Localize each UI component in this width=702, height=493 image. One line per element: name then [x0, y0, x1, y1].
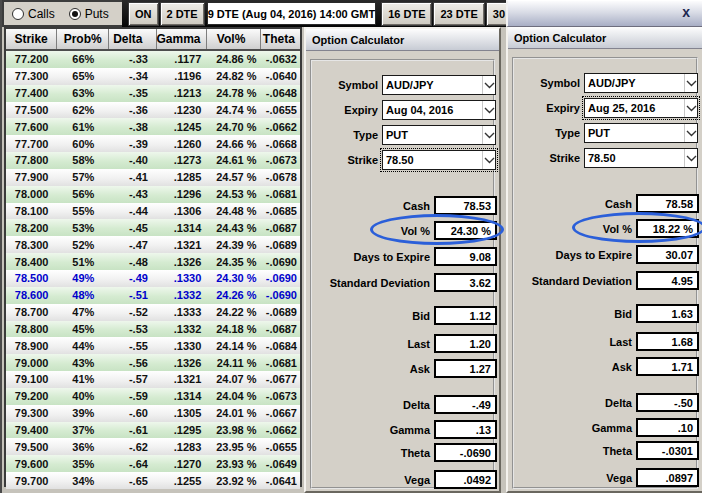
table-row[interactable]: 78.00056%-.43.129624.53 %-.0681 [6, 186, 300, 203]
cell-vol: 24.07 % [206, 371, 260, 388]
cell-theta: -.0662 [261, 422, 300, 439]
cash-field[interactable]: 78.58 [636, 194, 699, 213]
last-label: Last [306, 338, 430, 350]
cell-vol: 24.86 % [206, 51, 260, 68]
table-row[interactable]: 79.50036%-.62.128323.95 %-.0655 [6, 438, 300, 455]
table-row[interactable]: 79.20040%-.59.131424.04 %-.0673 [6, 388, 300, 405]
table-row[interactable]: 77.30065%-.34.119624.82 %-.0640 [6, 68, 300, 85]
cell-vol: 24.04 % [206, 388, 260, 405]
vega-field[interactable]: .0897 [636, 468, 699, 487]
table-row[interactable]: 77.90057%-.41.128524.57 %-.0678 [6, 169, 300, 186]
radio-icon-calls [12, 8, 24, 20]
cell-delta: -.38 [109, 118, 156, 135]
cell-delta: -.49 [109, 270, 156, 287]
cell-prob: 45% [57, 321, 109, 338]
cell-gamma: .1332 [157, 321, 206, 338]
dte-16-button[interactable]: 16 DTE [382, 3, 431, 25]
theta-field[interactable]: -.0301 [636, 441, 699, 460]
gamma-field[interactable]: .13 [434, 420, 497, 439]
days-to-expire-field[interactable]: 9.08 [434, 247, 497, 266]
table-row[interactable]: 79.60035%-.64.127023.93 %-.0649 [6, 455, 300, 472]
cell-theta: -.0655 [261, 102, 300, 119]
symbol-combobox[interactable]: AUD/JPY [382, 75, 496, 95]
vol-field[interactable]: 18.22 % [636, 219, 699, 238]
table-row[interactable]: 77.40063%-.35.121324.78 %-.0648 [6, 85, 300, 102]
on-toggle-button[interactable]: ON [129, 3, 158, 25]
cell-delta: -.47 [109, 236, 156, 253]
vol-field[interactable]: 24.30 % [434, 221, 497, 240]
table-row[interactable]: 78.50049%-.49.133024.30 %-.0690 [6, 270, 300, 287]
cash-field[interactable]: 78.53 [434, 196, 497, 215]
cell-vol: 23.92 % [206, 472, 260, 489]
dte-23-button[interactable]: 23 DTE [434, 3, 483, 25]
calls-radio[interactable]: Calls [12, 7, 55, 21]
active-dte-tab[interactable]: 9 DTE (Aug 04, 2016) 14:00 GMT [207, 2, 377, 25]
type-combobox[interactable]: PUT [584, 123, 698, 143]
close-icon[interactable]: x [682, 4, 690, 20]
cell-strike: 79.500 [6, 438, 57, 455]
expiry-combobox[interactable]: Aug 04, 2016 [382, 100, 496, 120]
vega-field[interactable]: .0492 [434, 470, 497, 489]
cell-delta: -.44 [109, 203, 156, 220]
days-to-expire-field[interactable]: 30.07 [636, 245, 699, 264]
bid-field[interactable]: 1.63 [636, 304, 699, 323]
cell-theta: -.0690 [261, 253, 300, 270]
column-header-prob: Prob% [57, 29, 109, 49]
table-row[interactable]: 79.30039%-.60.130524.01 %-.0667 [6, 405, 300, 422]
cell-vol: 24.26 % [206, 287, 260, 304]
cell-gamma: .1255 [157, 472, 206, 489]
strike-combobox[interactable]: 78.50 [584, 148, 698, 168]
table-row[interactable]: 77.70060%-.39.126024.66 %-.0668 [6, 135, 300, 152]
cell-delta: -.65 [109, 472, 156, 489]
cell-prob: 39% [57, 405, 109, 422]
cell-gamma: .1314 [157, 219, 206, 236]
delta-field[interactable]: -.50 [636, 393, 699, 412]
table-row[interactable]: 77.50062%-.36.123024.74 %-.0655 [6, 102, 300, 119]
table-row[interactable]: 77.20066%-.33.117724.86 %-.0632 [6, 51, 300, 68]
standard-deviation-field[interactable]: 4.95 [636, 271, 699, 290]
table-row[interactable]: 79.00043%-.56.132624.11 %-.0681 [6, 354, 300, 371]
last-field[interactable]: 1.20 [434, 334, 497, 353]
cell-delta: -.60 [109, 405, 156, 422]
table-row[interactable]: 77.80058%-.40.127324.61 %-.0673 [6, 152, 300, 169]
option-calculator-panel-1: Option CalculatorSymbolAUD/JPYExpiryAug … [306, 29, 499, 491]
table-row[interactable]: 79.40037%-.61.129523.98 %-.0662 [6, 422, 300, 439]
table-row[interactable]: 77.60061%-.38.124524.70 %-.0662 [6, 118, 300, 135]
table-row[interactable]: 78.10055%-.44.130624.48 %-.0685 [6, 203, 300, 220]
gamma-field[interactable]: .10 [636, 418, 699, 437]
table-row[interactable]: 78.60048%-.51.133224.26 %-.0690 [6, 287, 300, 304]
cell-vol: 24.48 % [206, 203, 260, 220]
option-calculator-window-1: Option CalculatorSymbolAUD/JPYExpiryAug … [304, 27, 501, 493]
table-row[interactable]: 78.80045%-.53.133224.18 %-.0687 [6, 321, 300, 338]
table-row[interactable]: 78.70047%-.52.133324.22 %-.0689 [6, 304, 300, 321]
ask-field[interactable]: 1.27 [434, 359, 497, 378]
table-row[interactable]: 78.40051%-.48.132624.35 %-.0690 [6, 253, 300, 270]
table-row[interactable]: 78.20053%-.45.131424.43 %-.0687 [6, 219, 300, 236]
bid-field[interactable]: 1.12 [434, 306, 497, 325]
cell-strike: 78.500 [6, 270, 57, 287]
table-row[interactable]: 79.70034%-.65.125523.92 %-.0641 [6, 472, 300, 489]
puts-radio[interactable]: Puts [69, 7, 109, 21]
strike-combobox[interactable]: 78.50 [382, 150, 496, 170]
chevron-down-icon [482, 76, 495, 94]
cell-strike: 79.100 [6, 371, 57, 388]
standard-deviation-field[interactable]: 3.62 [434, 273, 497, 292]
cell-gamma: .1296 [157, 186, 206, 203]
table-row[interactable]: 79.10041%-.57.132124.07 %-.0677 [6, 371, 300, 388]
table-row[interactable]: 78.30052%-.47.132124.39 %-.0689 [6, 236, 300, 253]
theta-field[interactable]: -.0690 [434, 443, 497, 462]
table-row[interactable]: 78.90044%-.55.133024.14 %-.0684 [6, 337, 300, 354]
expiry-combobox[interactable]: Aug 25, 2016 [584, 98, 698, 118]
last-field[interactable]: 1.68 [636, 332, 699, 351]
cell-strike: 78.800 [6, 321, 57, 338]
cell-gamma: .1245 [157, 118, 206, 135]
type-combobox[interactable]: PUT [382, 125, 496, 145]
ask-field[interactable]: 1.71 [636, 357, 699, 376]
delta-field[interactable]: -.49 [434, 395, 497, 414]
symbol-combobox[interactable]: AUD/JPY [584, 73, 698, 93]
dte-2-button[interactable]: 2 DTE [161, 3, 204, 25]
chevron-down-icon [684, 149, 697, 167]
option-calculator-window-2: Option CalculatorSymbolAUD/JPYExpiryAug … [506, 27, 702, 493]
chevron-down-icon [684, 124, 697, 142]
cell-gamma: .1213 [157, 85, 206, 102]
